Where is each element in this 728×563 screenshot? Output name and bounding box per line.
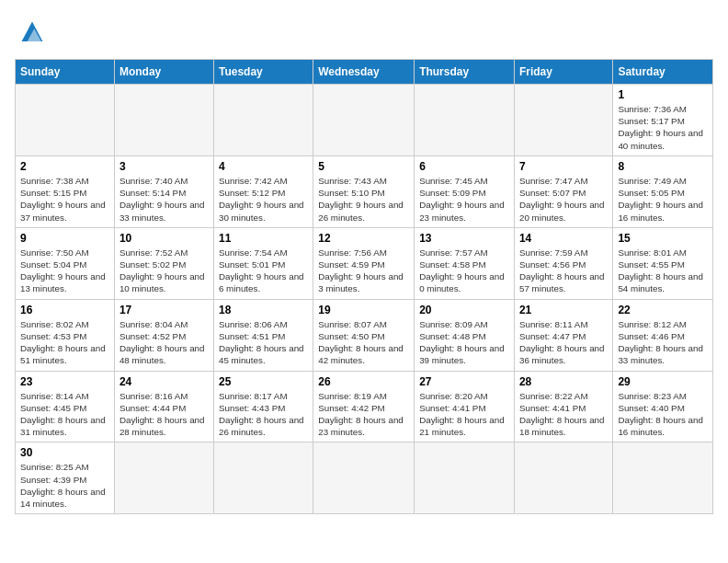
calendar-cell: 7Sunrise: 7:47 AM Sunset: 5:07 PM Daylig…	[514, 155, 612, 227]
day-info: Sunrise: 8:14 AM Sunset: 4:45 PM Dayligh…	[20, 390, 109, 439]
day-header-friday: Friday	[514, 60, 612, 85]
day-info: Sunrise: 7:42 AM Sunset: 5:12 PM Dayligh…	[219, 175, 308, 224]
day-info: Sunrise: 7:47 AM Sunset: 5:07 PM Dayligh…	[519, 175, 608, 224]
day-number: 5	[318, 160, 409, 173]
day-header-thursday: Thursday	[415, 60, 515, 85]
calendar-cell: 25Sunrise: 8:17 AM Sunset: 4:43 PM Dayli…	[213, 371, 313, 442]
calendar-cell: 29Sunrise: 8:23 AM Sunset: 4:40 PM Dayli…	[613, 371, 713, 442]
day-number: 28	[519, 375, 608, 388]
calendar-cell	[514, 442, 612, 514]
day-number: 9	[20, 232, 109, 245]
day-number: 15	[618, 232, 708, 245]
calendar-cell	[114, 442, 213, 514]
day-header-saturday: Saturday	[613, 60, 713, 85]
day-info: Sunrise: 7:49 AM Sunset: 5:05 PM Dayligh…	[618, 175, 708, 224]
day-number: 10	[119, 232, 209, 245]
day-number: 1	[618, 88, 708, 101]
calendar-cell: 4Sunrise: 7:42 AM Sunset: 5:12 PM Daylig…	[213, 155, 313, 227]
calendar-cell	[313, 85, 415, 156]
day-info: Sunrise: 8:20 AM Sunset: 4:41 PM Dayligh…	[419, 390, 509, 439]
calendar-cell: 15Sunrise: 8:01 AM Sunset: 4:55 PM Dayli…	[613, 227, 713, 299]
day-info: Sunrise: 7:38 AM Sunset: 5:15 PM Dayligh…	[20, 175, 109, 224]
day-number: 20	[419, 304, 509, 316]
day-number: 14	[519, 232, 608, 245]
day-number: 24	[119, 375, 209, 388]
calendar-cell: 16Sunrise: 8:02 AM Sunset: 4:53 PM Dayli…	[16, 299, 115, 371]
day-number: 2	[20, 160, 109, 173]
day-number: 3	[119, 160, 209, 173]
calendar-cell	[213, 442, 313, 514]
day-info: Sunrise: 7:40 AM Sunset: 5:14 PM Dayligh…	[119, 175, 209, 224]
calendar-cell: 24Sunrise: 8:16 AM Sunset: 4:44 PM Dayli…	[114, 371, 213, 442]
day-number: 29	[618, 375, 708, 388]
day-info: Sunrise: 8:12 AM Sunset: 4:46 PM Dayligh…	[618, 318, 708, 367]
day-number: 6	[419, 160, 509, 173]
day-info: Sunrise: 7:59 AM Sunset: 4:56 PM Dayligh…	[519, 247, 608, 295]
calendar-cell	[415, 85, 515, 156]
calendar-cell: 13Sunrise: 7:57 AM Sunset: 4:58 PM Dayli…	[415, 227, 515, 299]
calendar-cell: 8Sunrise: 7:49 AM Sunset: 5:05 PM Daylig…	[613, 155, 713, 227]
day-number: 26	[318, 375, 409, 388]
calendar-week-6: 30Sunrise: 8:25 AM Sunset: 4:39 PM Dayli…	[16, 442, 713, 514]
day-info: Sunrise: 8:01 AM Sunset: 4:55 PM Dayligh…	[618, 247, 708, 295]
day-info: Sunrise: 8:09 AM Sunset: 4:48 PM Dayligh…	[419, 318, 509, 367]
day-info: Sunrise: 8:22 AM Sunset: 4:41 PM Dayligh…	[519, 390, 608, 439]
calendar-cell: 20Sunrise: 8:09 AM Sunset: 4:48 PM Dayli…	[415, 299, 515, 371]
calendar-cell	[213, 85, 313, 156]
calendar-cell: 6Sunrise: 7:45 AM Sunset: 5:09 PM Daylig…	[415, 155, 515, 227]
day-number: 22	[618, 304, 708, 316]
day-info: Sunrise: 8:04 AM Sunset: 4:52 PM Dayligh…	[119, 318, 209, 367]
calendar-cell: 1Sunrise: 7:36 AM Sunset: 5:17 PM Daylig…	[613, 85, 713, 156]
day-number: 21	[519, 304, 608, 316]
day-number: 16	[20, 304, 109, 316]
calendar-cell: 22Sunrise: 8:12 AM Sunset: 4:46 PM Dayli…	[613, 299, 713, 371]
day-number: 4	[219, 160, 308, 173]
day-number: 8	[618, 160, 708, 173]
day-number: 13	[419, 232, 509, 245]
calendar-week-1: 1Sunrise: 7:36 AM Sunset: 5:17 PM Daylig…	[16, 85, 713, 156]
calendar-cell	[313, 442, 415, 514]
day-number: 18	[219, 304, 308, 316]
calendar-cell: 10Sunrise: 7:52 AM Sunset: 5:02 PM Dayli…	[114, 227, 213, 299]
day-header-monday: Monday	[114, 60, 213, 85]
calendar-cell	[613, 442, 713, 514]
day-info: Sunrise: 8:25 AM Sunset: 4:39 PM Dayligh…	[20, 461, 109, 510]
calendar-table: SundayMondayTuesdayWednesdayThursdayFrid…	[15, 59, 713, 514]
calendar-cell: 18Sunrise: 8:06 AM Sunset: 4:51 PM Dayli…	[213, 299, 313, 371]
day-header-wednesday: Wednesday	[313, 60, 415, 85]
day-info: Sunrise: 8:16 AM Sunset: 4:44 PM Dayligh…	[119, 390, 209, 439]
day-number: 23	[20, 375, 109, 388]
calendar-week-3: 9Sunrise: 7:50 AM Sunset: 5:04 PM Daylig…	[16, 227, 713, 299]
day-number: 12	[318, 232, 409, 245]
calendar-cell: 28Sunrise: 8:22 AM Sunset: 4:41 PM Dayli…	[514, 371, 612, 442]
calendar-cell	[514, 85, 612, 156]
day-header-sunday: Sunday	[16, 60, 115, 85]
calendar-week-4: 16Sunrise: 8:02 AM Sunset: 4:53 PM Dayli…	[16, 299, 713, 371]
day-info: Sunrise: 8:02 AM Sunset: 4:53 PM Dayligh…	[20, 318, 109, 367]
day-number: 30	[20, 446, 109, 459]
calendar-cell: 23Sunrise: 8:14 AM Sunset: 4:45 PM Dayli…	[16, 371, 115, 442]
day-info: Sunrise: 8:23 AM Sunset: 4:40 PM Dayligh…	[618, 390, 708, 439]
calendar-cell: 2Sunrise: 7:38 AM Sunset: 5:15 PM Daylig…	[16, 155, 115, 227]
day-info: Sunrise: 8:06 AM Sunset: 4:51 PM Dayligh…	[219, 318, 308, 367]
calendar-cell	[415, 442, 515, 514]
calendar-cell: 30Sunrise: 8:25 AM Sunset: 4:39 PM Dayli…	[16, 442, 115, 514]
day-number: 7	[519, 160, 608, 173]
calendar-cell: 9Sunrise: 7:50 AM Sunset: 5:04 PM Daylig…	[16, 227, 115, 299]
day-info: Sunrise: 7:57 AM Sunset: 4:58 PM Dayligh…	[419, 247, 509, 295]
day-info: Sunrise: 7:36 AM Sunset: 5:17 PM Dayligh…	[618, 103, 708, 152]
calendar-cell: 12Sunrise: 7:56 AM Sunset: 4:59 PM Dayli…	[313, 227, 415, 299]
day-info: Sunrise: 7:52 AM Sunset: 5:02 PM Dayligh…	[119, 247, 209, 295]
day-number: 17	[119, 304, 209, 316]
day-info: Sunrise: 8:11 AM Sunset: 4:47 PM Dayligh…	[519, 318, 608, 367]
calendar-header-row: SundayMondayTuesdayWednesdayThursdayFrid…	[16, 60, 713, 85]
day-info: Sunrise: 7:45 AM Sunset: 5:09 PM Dayligh…	[419, 175, 509, 224]
day-header-tuesday: Tuesday	[213, 60, 313, 85]
calendar-week-2: 2Sunrise: 7:38 AM Sunset: 5:15 PM Daylig…	[16, 155, 713, 227]
calendar-cell: 17Sunrise: 8:04 AM Sunset: 4:52 PM Dayli…	[114, 299, 213, 371]
calendar-cell: 11Sunrise: 7:54 AM Sunset: 5:01 PM Dayli…	[213, 227, 313, 299]
calendar-cell: 21Sunrise: 8:11 AM Sunset: 4:47 PM Dayli…	[514, 299, 612, 371]
day-info: Sunrise: 8:19 AM Sunset: 4:42 PM Dayligh…	[318, 390, 409, 439]
day-number: 25	[219, 375, 308, 388]
calendar-cell: 3Sunrise: 7:40 AM Sunset: 5:14 PM Daylig…	[114, 155, 213, 227]
